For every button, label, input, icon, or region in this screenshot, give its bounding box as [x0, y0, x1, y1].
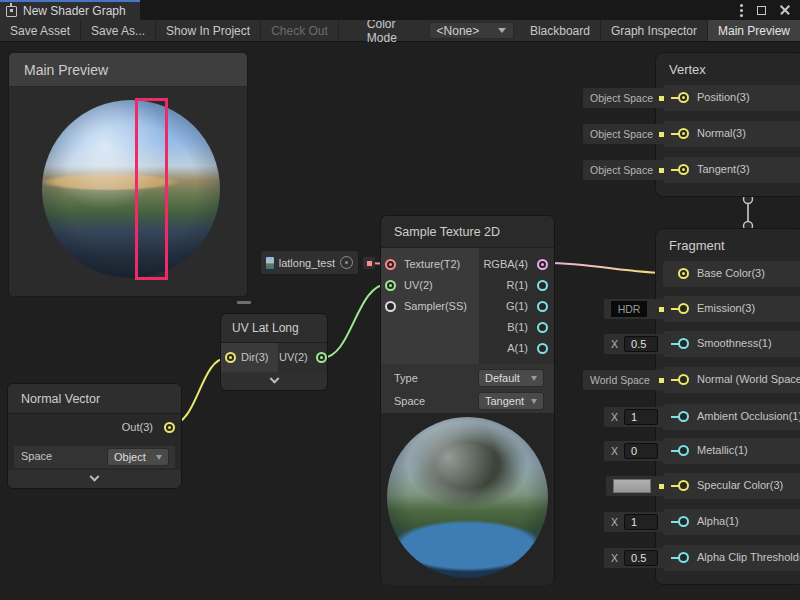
collapse-preview-button[interactable]: [221, 372, 327, 390]
sampler-input-port[interactable]: [385, 301, 396, 312]
output-a[interactable]: A(1): [479, 339, 554, 359]
base-color-port[interactable]: [678, 268, 689, 279]
texture-asset-name: latlong_test: [279, 257, 335, 269]
main-preview-sphere[interactable]: [42, 100, 220, 278]
block-tangent[interactable]: Object Space Tangent(3): [663, 157, 800, 183]
hdr-field[interactable]: HDR: [611, 301, 647, 317]
normal-port[interactable]: [678, 128, 689, 139]
color-mode-dropdown[interactable]: <None>: [429, 22, 514, 39]
b-output-port[interactable]: [537, 322, 548, 333]
position-space-chip[interactable]: Object Space: [583, 88, 671, 108]
uv-input-port[interactable]: [385, 280, 396, 291]
specular-color-port[interactable]: [678, 480, 689, 491]
out-port[interactable]: [164, 422, 175, 433]
port-dot-icon: [659, 307, 664, 312]
latlong-test-node[interactable]: latlong_test: [260, 250, 359, 275]
emission-hdr-chip[interactable]: HDR: [604, 299, 671, 319]
normal-space-dropdown[interactable]: Object: [107, 448, 169, 466]
edge-uv-to-sample[interactable]: [322, 284, 388, 358]
block-alpha-clip[interactable]: X 0.5 Alpha Clip Threshold(1): [663, 545, 800, 571]
ao-field[interactable]: 1: [624, 409, 658, 425]
sample-texture-2d-node[interactable]: Sample Texture 2D Texture(T2) UV(2) Samp…: [380, 215, 555, 585]
input-texture[interactable]: Texture(T2): [381, 255, 479, 275]
input-uv[interactable]: UV(2): [381, 276, 479, 296]
block-alpha[interactable]: X 1 Alpha(1): [663, 509, 800, 535]
maximize-icon[interactable]: [757, 6, 766, 15]
alpha-clip-field[interactable]: 0.5: [624, 550, 658, 566]
type-dropdown[interactable]: Default: [478, 369, 544, 387]
normal-vector-node[interactable]: Normal Vector Out(3) Space Object: [7, 383, 182, 489]
uv-output-port[interactable]: [316, 352, 327, 363]
save-as-button[interactable]: Save As...: [81, 20, 156, 41]
close-icon[interactable]: [780, 5, 790, 15]
main-preview-panel[interactable]: Main Preview: [8, 52, 248, 297]
uv-lat-long-node[interactable]: UV Lat Long Dir(3) UV(2): [220, 313, 328, 391]
block-normal-ws[interactable]: World Space Normal (World Space)(3): [663, 367, 800, 393]
ambient-occlusion-port[interactable]: [678, 411, 689, 422]
vertex-node[interactable]: Vertex Object Space Position(3) Object S…: [655, 52, 800, 197]
graph-inspector-toggle-button[interactable]: Graph Inspector: [601, 20, 708, 41]
alpha-clip-value-chip[interactable]: X 0.5: [604, 548, 671, 568]
sample-texture-title: Sample Texture 2D: [381, 216, 554, 248]
smoothness-field[interactable]: 0.5: [624, 336, 658, 352]
latlong-output-port[interactable]: [363, 257, 375, 269]
normal-ws-space-chip[interactable]: World Space: [583, 370, 671, 390]
block-specular-color[interactable]: Specular Color(3): [663, 473, 800, 499]
block-smoothness[interactable]: X 0.5 Smoothness(1): [663, 331, 800, 357]
main-preview-toggle-button[interactable]: Main Preview: [708, 20, 800, 41]
collapse-preview-button[interactable]: [8, 470, 181, 488]
block-ambient-occlusion[interactable]: X 1 Ambient Occlusion(1): [663, 404, 800, 430]
more-options-icon[interactable]: [740, 9, 743, 12]
a-output-port[interactable]: [537, 343, 548, 354]
save-asset-button[interactable]: Save Asset: [0, 20, 81, 41]
object-picker-icon[interactable]: [340, 256, 353, 269]
block-position[interactable]: Object Space Position(3): [663, 85, 800, 111]
smoothness-value-chip[interactable]: X 0.5: [604, 334, 671, 354]
ao-value-chip[interactable]: X 1: [604, 407, 671, 427]
smoothness-port[interactable]: [678, 338, 689, 349]
color-swatch[interactable]: [613, 479, 651, 493]
normal-space-chip[interactable]: Object Space: [583, 124, 671, 144]
main-preview-header[interactable]: Main Preview: [9, 53, 247, 87]
shader-graph-window: New Shader Graph Save Asset Save As... S…: [0, 0, 800, 600]
panel-resize-handle[interactable]: [237, 301, 251, 304]
graph-canvas[interactable]: Main Preview Vertex Object Space Positio…: [0, 42, 800, 600]
metallic-port[interactable]: [678, 445, 689, 456]
specular-color-chip[interactable]: [606, 476, 671, 496]
tab-new-shader-graph[interactable]: New Shader Graph: [0, 0, 140, 20]
output-b[interactable]: B(1): [479, 318, 554, 338]
tangent-space-chip[interactable]: Object Space: [583, 160, 671, 180]
blackboard-toggle-button[interactable]: Blackboard: [520, 20, 601, 41]
texture-input-port[interactable]: [385, 259, 396, 270]
emission-port[interactable]: [678, 303, 689, 314]
normal-ws-port[interactable]: [678, 374, 689, 385]
rgba-output-port[interactable]: [537, 259, 548, 270]
output-r[interactable]: R(1): [479, 276, 554, 296]
alpha-value-chip[interactable]: X 1: [604, 512, 671, 532]
r-output-port[interactable]: [537, 280, 548, 291]
block-metallic[interactable]: X 0 Metallic(1): [663, 438, 800, 464]
metallic-field[interactable]: 0: [624, 443, 658, 459]
block-emission[interactable]: HDR Emission(3): [663, 296, 800, 322]
output-rgba[interactable]: RGBA(4): [479, 255, 554, 275]
block-base-color[interactable]: Base Color(3): [663, 261, 800, 287]
dir-input-port[interactable]: [225, 352, 236, 363]
input-sampler[interactable]: Sampler(SS): [381, 297, 479, 317]
metallic-value-chip[interactable]: X 0: [604, 441, 671, 461]
alpha-port[interactable]: [678, 516, 689, 527]
dropdown-arrow-icon: [531, 376, 537, 381]
tangent-port[interactable]: [678, 164, 689, 175]
position-port[interactable]: [678, 92, 689, 103]
show-in-project-button[interactable]: Show In Project: [156, 20, 261, 41]
alpha-field[interactable]: 1: [624, 514, 658, 530]
uv-lat-long-title: UV Lat Long: [221, 314, 327, 343]
normal-vector-title: Normal Vector: [8, 384, 181, 414]
block-normal[interactable]: Object Space Normal(3): [663, 121, 800, 147]
edge-rgba-to-basecolor[interactable]: [546, 263, 670, 273]
alpha-clip-port[interactable]: [678, 552, 689, 563]
dropdown-arrow-icon: [498, 28, 506, 33]
g-output-port[interactable]: [537, 301, 548, 312]
output-g[interactable]: G(1): [479, 297, 554, 317]
space-dropdown[interactable]: Tangent: [478, 392, 544, 410]
fragment-node[interactable]: Fragment Base Color(3) HDR Emission(3): [655, 228, 800, 585]
